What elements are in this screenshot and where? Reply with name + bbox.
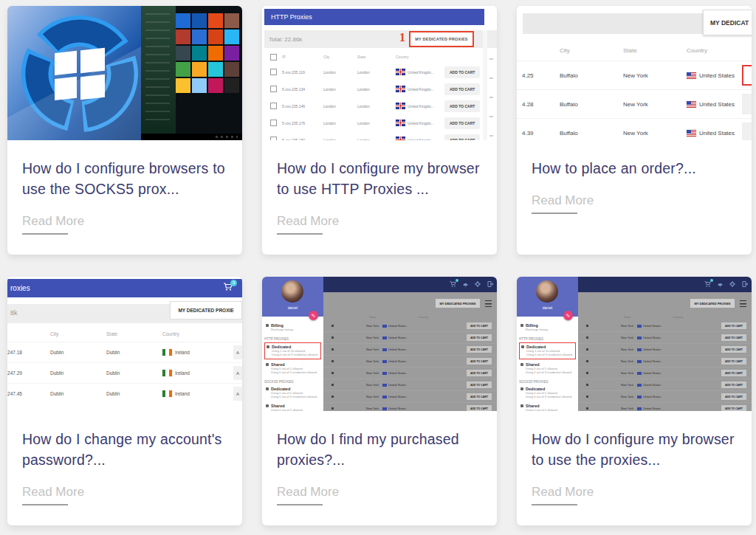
dimmed-table-row: New YorkUnited StatesADD TO CART: [578, 320, 752, 332]
card-title[interactable]: How do I change my account's password?..…: [22, 429, 227, 470]
adjacent-panel-sliver: [483, 30, 497, 140]
state-cell: New York: [334, 336, 382, 339]
add-to-cart-button: ADD TO CART: [467, 393, 492, 400]
logout-icon: [742, 281, 748, 287]
tiles-grid: [176, 13, 241, 131]
state-cell: New York: [334, 348, 382, 351]
uk-flag-icon: [396, 103, 405, 109]
sidebar-item-icon: [520, 404, 523, 407]
faq-card-place-order: MY DEDICAT City State Country 4.25Buffal…: [517, 6, 752, 255]
sidebar-section-label: SOCKS5 PROXIES: [264, 380, 321, 384]
col-country: Country: [673, 315, 683, 319]
sidebar-menu: BillingRecharge historyHTTP PROXIESDedic…: [262, 317, 323, 411]
add-to-cart-button: ADD TO CART: [721, 334, 746, 341]
state-cell: New York: [588, 407, 637, 410]
proxy-table-row: x.247.45DublinDublinIrelandA: [7, 383, 242, 404]
cropped-action-button: A: [233, 345, 242, 359]
us-flag-icon: [637, 407, 642, 410]
col-state: State: [624, 315, 630, 319]
us-flag-icon: [687, 130, 696, 137]
desktop-tile: [192, 13, 207, 28]
card-title[interactable]: How do I configure my browser to use HTT…: [277, 158, 482, 199]
username: daniel: [517, 306, 578, 310]
us-flag-icon: [637, 348, 642, 351]
total-label: 8k: [10, 309, 18, 317]
read-more-link[interactable]: Read More: [277, 485, 482, 500]
state-cell: Dublin: [106, 391, 162, 396]
ip-cell: x.247.29: [7, 370, 50, 376]
ip-cell: 5.xxx.235.146: [282, 104, 323, 108]
card-title[interactable]: How do I configure my browser to use the…: [532, 429, 737, 470]
desktop-tile: [224, 13, 239, 28]
us-flag-icon: [637, 372, 642, 375]
state-cell: London: [357, 121, 396, 125]
dimmed-table-row: New YorkUnited StatesADD TO CART: [323, 403, 497, 411]
sidebar-item-subtext: Using 0 out of 3 residential allowed: [271, 370, 320, 375]
dimmed-table-row: New YorkUnited StatesADD TO CART: [323, 320, 497, 332]
state-cell: London: [357, 87, 396, 92]
sidebar-item-subtext: Using 0 out of 5 allowed: [271, 408, 320, 412]
city-cell: Dublin: [50, 350, 106, 355]
desktop-tile: [224, 46, 239, 61]
country-cell: United States: [382, 348, 447, 351]
proxy-table: IP City State Country 5.xxx.235.119Londo…: [264, 50, 484, 140]
sidebar-item-subtext: Using 0 out of 3 residential allowed: [271, 395, 320, 399]
circular-arrow-windows-logo: [18, 12, 142, 136]
proxy-table-row: 5.xxx.235.146LondonLondonUnited Kingdo..…: [264, 97, 484, 114]
desktop-tile: [224, 30, 239, 44]
city-cell: London: [323, 70, 357, 75]
state-cell: New York: [588, 395, 637, 398]
sidebar-item: DedicatedUsing 1 out of 10 allowedUsing …: [519, 342, 576, 359]
read-more-link[interactable]: Read More: [532, 193, 737, 208]
dimmed-table-row: New YorkUnited StatesADD TO CART: [578, 344, 752, 356]
start-menu-art: [141, 6, 175, 134]
add-to-cart-button: ADD TO CART: [467, 382, 492, 388]
state-cell: New York: [623, 101, 687, 108]
read-more-link[interactable]: Read More: [22, 214, 227, 229]
us-flag-icon: [382, 348, 387, 351]
add-to-cart-button: ADD TO CART: [444, 100, 480, 112]
sidebar-item: BillingRecharge history: [519, 322, 576, 334]
card-title[interactable]: How do I find my purchased proxies?...: [277, 429, 482, 470]
sidebar-item: DedicatedUsing 0 out of 5 allowedUsing 0…: [519, 385, 576, 401]
dimmed-table-row: New YorkUnited StatesADD TO CART: [578, 403, 752, 411]
add-to-cart-button: ADD TO CART: [467, 358, 492, 365]
sidebar-item-subtext: Using 0 out of 3 residential allowed: [526, 353, 574, 357]
country-cell: United States: [382, 395, 447, 398]
read-more-link[interactable]: Read More: [532, 485, 737, 500]
card-title[interactable]: How do I configure browsers to use the S…: [22, 158, 227, 199]
us-flag-icon: [637, 396, 642, 398]
read-more-link[interactable]: Read More: [277, 214, 482, 229]
country-cell: United States: [687, 72, 742, 79]
bell-icon: [718, 281, 723, 287]
state-cell: New York: [588, 336, 637, 339]
us-flag-icon: [382, 407, 387, 410]
city-cell: Buffalo: [560, 101, 623, 108]
us-flag-icon: [382, 325, 387, 328]
desktop-tile: [192, 78, 207, 93]
add-to-cart-button: ADD TO CART: [444, 83, 480, 95]
desktop-tile: [224, 62, 239, 77]
proxy-table-row: x.247.29DublinDublinIrelandA: [7, 362, 242, 383]
read-more-link[interactable]: Read More: [22, 485, 227, 500]
logout-icon: [487, 281, 493, 287]
card-title[interactable]: How to place an order?...: [532, 158, 737, 179]
cropped-action-button: A: [233, 366, 242, 380]
read-more-underline: [22, 504, 68, 505]
city-cell: Dublin: [50, 391, 106, 396]
proxy-table-header: IP City State Country: [264, 50, 484, 63]
gear-icon: [475, 281, 481, 287]
cart-badge-dot: [710, 279, 713, 282]
country-cell: Ireland: [162, 370, 233, 376]
city-cell: Buffalo: [560, 72, 623, 79]
dimmed-table-row: New YorkUnited StatesADD TO CART: [578, 367, 752, 379]
desktop-tile: [176, 62, 190, 77]
faq-card-change-password: roxies 3 8k MY DEDICATED PROXIE City Sta…: [7, 277, 242, 525]
country-cell: United States: [382, 383, 447, 387]
country-cell: United Kingdo...: [396, 137, 444, 140]
state-cell: New York: [334, 371, 382, 375]
city-cell: London: [323, 104, 357, 108]
sidebar-item-icon: [266, 363, 269, 366]
col-ip: IP: [282, 55, 323, 59]
state-cell: New York: [588, 324, 637, 328]
